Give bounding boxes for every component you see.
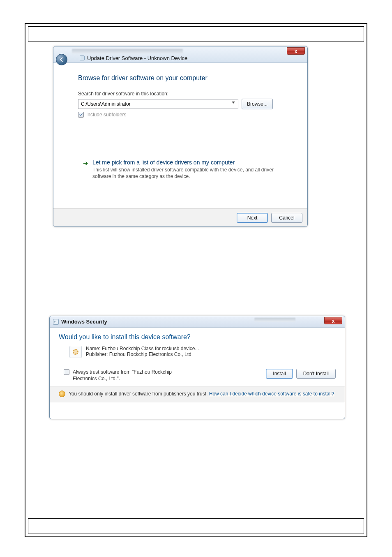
always-trust-checkbox[interactable] bbox=[64, 369, 69, 375]
gear-icon bbox=[73, 349, 78, 355]
option-description: This list will show installed driver sof… bbox=[92, 167, 276, 180]
close-button[interactable]: x bbox=[324, 317, 342, 324]
dialog-footer: Next Cancel bbox=[53, 208, 307, 226]
arrow-right-icon: ➔ bbox=[83, 159, 88, 180]
dialog-body: Browse for driver software on your compu… bbox=[58, 65, 303, 208]
install-button[interactable]: Install bbox=[266, 369, 293, 379]
dialog-chrome: Update Driver Software - Unknown Device … bbox=[53, 46, 307, 63]
windows-security-dialog: + - Windows Security x Would you like to… bbox=[49, 316, 345, 419]
help-link[interactable]: How can I decide which device software i… bbox=[209, 391, 334, 397]
dialog-footer: You should only install driver software … bbox=[50, 386, 345, 402]
update-driver-dialog: Update Driver Software - Unknown Device … bbox=[53, 46, 308, 227]
path-input[interactable] bbox=[78, 99, 238, 109]
wizard-icon bbox=[80, 55, 85, 60]
device-publisher: Publisher: Fuzhou Rockchip Electronics C… bbox=[86, 351, 199, 357]
arrow-left-icon bbox=[59, 57, 65, 62]
cancel-button[interactable]: Cancel bbox=[271, 213, 302, 223]
dialog-title: Update Driver Software - Unknown Device bbox=[87, 55, 187, 61]
system-icon: + - bbox=[53, 319, 59, 325]
pick-from-list-option[interactable]: ➔ Let me pick from a list of device driv… bbox=[83, 159, 276, 180]
option-title: Let me pick from a list of device driver… bbox=[92, 159, 276, 166]
include-subfolders-label: Include subfolders bbox=[86, 112, 126, 118]
always-trust-label: Always trust software from "Fuzhou Rockc… bbox=[73, 369, 196, 382]
security-warning: You should only install driver software … bbox=[69, 391, 334, 397]
close-button[interactable]: x bbox=[287, 47, 305, 55]
body-heading: Would you like to install this device so… bbox=[59, 333, 336, 341]
device-name: Name: Fuzhou Rockchip Class for rockusb … bbox=[86, 346, 199, 351]
dont-install-button[interactable]: Don't Install bbox=[296, 369, 336, 379]
warning-text: You should only install driver software … bbox=[69, 391, 209, 397]
include-subfolders-checkbox[interactable] bbox=[78, 112, 84, 118]
close-icon: x bbox=[332, 318, 335, 324]
search-location-label: Search for driver software in this locat… bbox=[78, 91, 168, 97]
dialog-title: Windows Security bbox=[61, 319, 107, 325]
device-icon bbox=[69, 346, 82, 358]
page-footer-placeholder bbox=[28, 518, 364, 534]
browse-button[interactable]: Browse... bbox=[242, 99, 273, 109]
check-icon bbox=[79, 113, 83, 117]
parent-title-blurred bbox=[254, 318, 295, 322]
shield-icon bbox=[59, 391, 65, 397]
back-button[interactable] bbox=[56, 54, 67, 65]
dialog-body: Would you like to install this device so… bbox=[50, 328, 345, 386]
parent-title-blurred bbox=[72, 49, 183, 54]
dialog-titlebar: + - Windows Security x bbox=[50, 316, 345, 328]
next-button[interactable]: Next bbox=[237, 213, 268, 223]
page-header-placeholder bbox=[28, 26, 364, 42]
body-heading: Browse for driver software on your compu… bbox=[78, 74, 208, 82]
close-icon: x bbox=[295, 49, 297, 54]
